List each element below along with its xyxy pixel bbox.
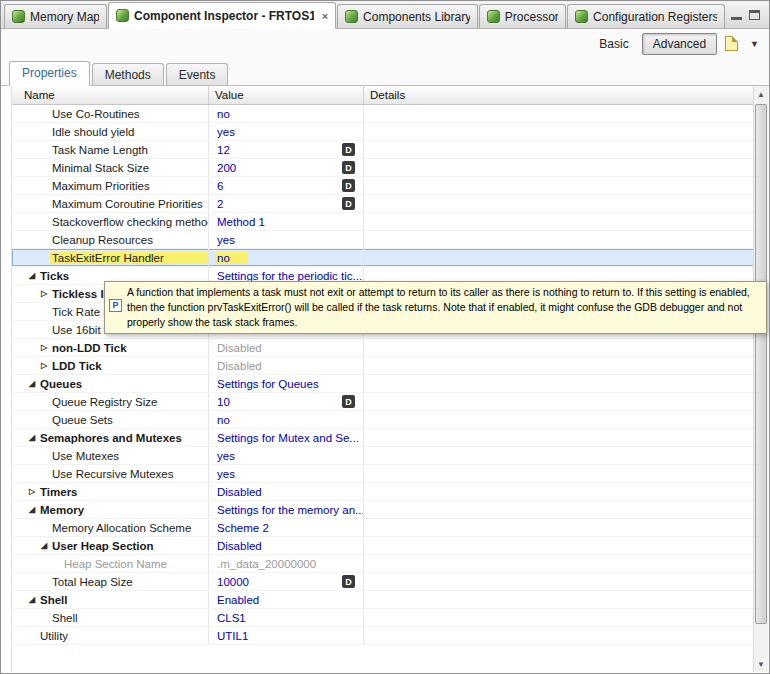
table-row[interactable]: ◢User Heap SectionDisabled (12, 537, 755, 555)
table-row[interactable]: Use Mutexesyes (12, 447, 755, 465)
column-header-details[interactable]: Details (364, 86, 755, 104)
name-cell: ◢Semaphores and Mutexes (12, 429, 209, 446)
table-row[interactable]: ◢MemorySettings for the memory an... (12, 501, 755, 519)
property-name: User Heap Section (50, 540, 156, 552)
value-cell[interactable]: Scheme 2 (209, 519, 364, 536)
tree-expanded-icon[interactable]: ◢ (26, 505, 38, 514)
table-row[interactable]: Use Co-Routinesno (12, 105, 755, 123)
tree-collapsed-icon[interactable]: ▷ (26, 487, 38, 496)
value-cell[interactable]: Settings for Queues (209, 375, 364, 392)
close-icon[interactable]: × (322, 10, 328, 22)
property-value: Disabled (215, 360, 264, 372)
table-row[interactable]: UtilityUTIL1 (12, 627, 755, 645)
value-cell[interactable]: Method 1 (209, 213, 364, 230)
table-row[interactable]: ◢Semaphores and MutexesSettings for Mute… (12, 429, 755, 447)
maximize-icon[interactable] (749, 10, 760, 20)
table-row[interactable]: Total Heap Size10000D (12, 573, 755, 591)
table-row[interactable]: Queue Setsno (12, 411, 755, 429)
column-header-value[interactable]: Value (209, 86, 364, 104)
default-value-button[interactable]: D (342, 161, 355, 174)
value-cell[interactable]: no (209, 105, 364, 122)
table-row[interactable]: Queue Registry Size10D (12, 393, 755, 411)
property-tooltip: P A function that implements a task must… (104, 281, 767, 334)
value-cell[interactable]: Disabled (209, 483, 364, 500)
properties-page-icon[interactable] (725, 36, 738, 51)
editor-tab-bar: Memory MapComponent Inspector - FRTOS1×C… (1, 1, 769, 29)
table-row[interactable]: Use Recursive Mutexesyes (12, 465, 755, 483)
tree-expanded-icon[interactable]: ◢ (26, 433, 38, 442)
tree-collapsed-icon[interactable]: ▷ (38, 289, 50, 298)
table-row[interactable]: Stackoverflow checking methodMethod 1 (12, 213, 755, 231)
value-cell[interactable]: Settings for Mutex and Se... (209, 429, 364, 446)
tab-methods[interactable]: Methods (92, 63, 164, 85)
tab-events[interactable]: Events (166, 63, 229, 85)
tab-properties[interactable]: Properties (9, 61, 90, 86)
table-row[interactable]: ◢ShellEnabled (12, 591, 755, 609)
value-cell[interactable]: Enabled (209, 591, 364, 608)
table-row[interactable]: Maximum Priorities6D (12, 177, 755, 195)
value-cell[interactable]: Disabled (209, 357, 364, 374)
table-row[interactable]: ShellCLS1 (12, 609, 755, 627)
column-header-name[interactable]: Name (12, 86, 209, 104)
tab-memory-map[interactable]: Memory Map (4, 4, 107, 28)
value-cell[interactable]: UTIL1 (209, 627, 364, 644)
default-value-button[interactable]: D (342, 575, 355, 588)
scroll-up-icon[interactable]: ▲ (754, 86, 768, 102)
value-cell[interactable]: 6D (209, 177, 364, 194)
property-name: LDD Tick (50, 360, 104, 372)
value-cell[interactable]: 12D (209, 141, 364, 158)
minimize-icon[interactable] (731, 10, 742, 20)
table-row[interactable]: Cleanup Resourcesyes (12, 231, 755, 249)
value-cell[interactable]: 10000D (209, 573, 364, 590)
tree-expanded-icon[interactable]: ◢ (38, 541, 50, 550)
default-value-button[interactable]: D (342, 179, 355, 192)
value-cell[interactable]: Disabled (209, 339, 364, 356)
default-value-button[interactable]: D (342, 395, 355, 408)
table-row[interactable]: Maximum Coroutine Priorities2D (12, 195, 755, 213)
table-row[interactable]: Memory Allocation SchemeScheme 2 (12, 519, 755, 537)
value-cell[interactable]: yes (209, 231, 364, 248)
value-cell[interactable]: no (209, 411, 364, 428)
tab-components-library[interactable]: Components Library (337, 4, 478, 28)
scrollbar-thumb[interactable] (755, 104, 767, 624)
value-cell[interactable]: .m_data_20000000 (209, 555, 364, 572)
value-cell[interactable]: yes (209, 465, 364, 482)
table-row[interactable]: Heap Section Name.m_data_20000000 (12, 555, 755, 573)
vertical-scrollbar[interactable]: ▲ ▼ (753, 86, 768, 672)
tree-collapsed-icon[interactable]: ▷ (38, 361, 50, 370)
advanced-button[interactable]: Advanced (642, 33, 717, 55)
value-cell[interactable]: Settings for the memory an... (209, 501, 364, 518)
table-row[interactable]: Idle should yieldyes (12, 123, 755, 141)
tab-component-inspector-frtos1[interactable]: Component Inspector - FRTOS1× (108, 2, 336, 29)
view-menu-icon[interactable]: ▼ (750, 39, 759, 49)
value-cell[interactable]: 10D (209, 393, 364, 410)
tab-processor[interactable]: Processor (479, 4, 566, 28)
table-row[interactable]: ◢QueuesSettings for Queues (12, 375, 755, 393)
property-name: Heap Section Name (62, 558, 169, 570)
value-cell[interactable]: CLS1 (209, 609, 364, 626)
value-cell[interactable]: 200D (209, 159, 364, 176)
default-value-button[interactable]: D (342, 143, 355, 156)
property-value: 2 (215, 198, 225, 210)
table-row[interactable]: Minimal Stack Size200D (12, 159, 755, 177)
tree-expanded-icon[interactable]: ◢ (26, 271, 38, 280)
value-cell[interactable]: Disabled (209, 537, 364, 554)
basic-button[interactable]: Basic (594, 34, 633, 54)
value-cell[interactable]: no (209, 249, 364, 266)
scroll-down-icon[interactable]: ▼ (754, 656, 768, 672)
tab-configuration-registers[interactable]: Configuration Registers (567, 4, 725, 28)
table-row[interactable]: ▷TimersDisabled (12, 483, 755, 501)
table-row[interactable]: TaskExitError Handlerno (12, 249, 755, 267)
value-cell[interactable]: yes (209, 447, 364, 464)
default-value-button[interactable]: D (342, 197, 355, 210)
value-cell[interactable]: yes (209, 123, 364, 140)
tree-collapsed-icon[interactable]: ▷ (38, 343, 50, 352)
table-row[interactable]: ▷LDD TickDisabled (12, 357, 755, 375)
table-row[interactable]: ▷non-LDD TickDisabled (12, 339, 755, 357)
table-row[interactable]: Task Name Length12D (12, 141, 755, 159)
tab-label: Components Library (363, 10, 470, 24)
tree-expanded-icon[interactable]: ◢ (26, 379, 38, 388)
property-value: 6 (215, 180, 225, 192)
tree-expanded-icon[interactable]: ◢ (26, 595, 38, 604)
value-cell[interactable]: 2D (209, 195, 364, 212)
